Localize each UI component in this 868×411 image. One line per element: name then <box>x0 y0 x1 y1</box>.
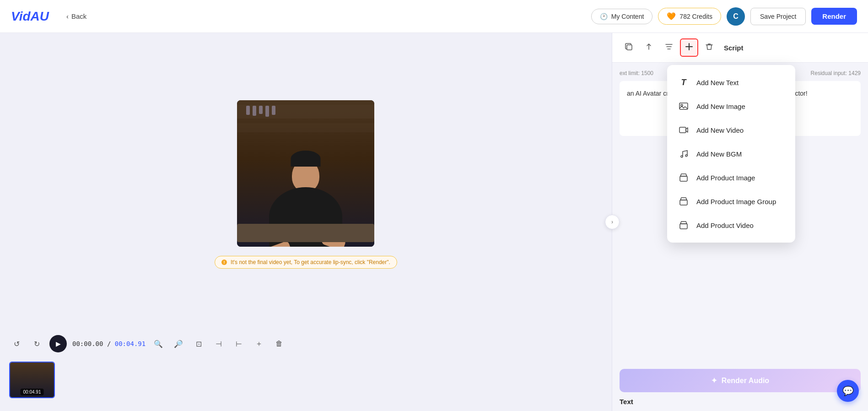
save-project-button[interactable]: Save Project <box>750 8 806 25</box>
menu-item-add-product-image-group[interactable]: Add Product Image Group <box>667 189 795 213</box>
menu-item-add-new-image[interactable]: Add New Image <box>667 94 795 118</box>
avatar: C <box>727 7 745 26</box>
toolbar: Script <box>612 33 868 63</box>
chevron-right-icon: › <box>611 219 613 225</box>
zoom-out-button[interactable]: 🔍 <box>151 336 166 351</box>
current-time: 00:00.00 <box>72 340 103 347</box>
video-preview <box>237 100 374 247</box>
duplicate-icon <box>624 42 633 54</box>
menu-item-add-new-bgm[interactable]: Add New BGM <box>667 142 795 166</box>
add-product-video-label: Add Product Video <box>696 222 754 229</box>
product-image-group-icon <box>678 196 689 207</box>
add-element-button[interactable] <box>680 38 698 57</box>
filter-button[interactable] <box>660 38 678 57</box>
total-time: 00:04.91 <box>115 340 146 347</box>
menu-item-add-new-video[interactable]: Add New Video <box>667 118 795 142</box>
delete-button[interactable] <box>700 38 718 57</box>
split-right-icon: ⊢ <box>236 340 242 348</box>
music-icon <box>678 148 689 159</box>
text-section-label: Text <box>612 398 868 411</box>
render-button[interactable]: Render <box>811 8 857 25</box>
logo: VidAU <box>11 9 49 24</box>
menu-item-add-product-image[interactable]: Add Product Image <box>667 166 795 189</box>
image-icon <box>678 101 689 112</box>
residual-label: Residual input: 1429 <box>811 70 861 76</box>
fit-icon: ⊡ <box>196 340 202 348</box>
redo-icon: ↻ <box>34 340 40 348</box>
video-icon <box>678 124 689 135</box>
split-right-button[interactable]: ⊢ <box>232 336 246 351</box>
text-limit-label: ext limit: 1500 <box>620 70 653 76</box>
move-up-icon <box>644 42 653 54</box>
my-content-button[interactable]: 🕐 My Content <box>591 9 653 24</box>
play-button[interactable]: ▶ <box>49 335 67 352</box>
thumbnail-time: 00:04.91 <box>21 389 44 395</box>
heart-icon: 🧡 <box>667 12 676 21</box>
plus-icon <box>684 42 694 54</box>
sparkles-icon: ✦ <box>711 376 717 385</box>
text-icon: T <box>678 77 689 88</box>
chat-icon: 💬 <box>842 385 854 396</box>
timeline-controls: ↺ ↻ ▶ 00:00.00 / 00:04.91 🔍 🔎 ⊡ <box>9 330 603 358</box>
delete-clip-button[interactable]: 🗑 <box>272 336 286 351</box>
warning-icon: ! <box>221 260 227 265</box>
add-icon: ＋ <box>255 339 263 349</box>
render-audio-label: Render Audio <box>722 377 769 385</box>
fit-button[interactable]: ⊡ <box>191 336 206 351</box>
credits-label: 782 Credits <box>679 13 712 20</box>
main-layout: ! It's not the final video yet, To get a… <box>0 33 868 411</box>
render-audio-button[interactable]: ✦ Render Audio <box>620 369 861 392</box>
add-new-bgm-label: Add New BGM <box>696 150 742 158</box>
undo-button[interactable]: ↺ <box>9 336 24 351</box>
left-panel: ! It's not the final video yet, To get a… <box>0 33 612 411</box>
duplicate-button[interactable] <box>620 38 638 57</box>
undo-icon: ↺ <box>14 340 20 348</box>
time-display: 00:00.00 / 00:04.91 <box>72 340 146 347</box>
thumbnail-item[interactable]: 00:04.91 <box>9 362 55 398</box>
add-clip-button[interactable]: ＋ <box>252 336 266 351</box>
credits-button[interactable]: 🧡 782 Credits <box>658 8 721 25</box>
back-button[interactable]: ‹ Back <box>62 10 91 23</box>
product-video-icon <box>678 220 689 231</box>
delete-icon <box>705 42 714 54</box>
zoom-in-icon: 🔎 <box>174 340 183 348</box>
split-left-button[interactable]: ⊣ <box>211 336 226 351</box>
svg-rect-9 <box>680 224 687 229</box>
svg-rect-8 <box>680 200 687 205</box>
product-image-icon <box>678 172 689 183</box>
svg-rect-2 <box>679 103 688 109</box>
warning-bar: ! It's not the final video yet, To get a… <box>215 256 397 269</box>
header: VidAU ‹ Back 🕐 My Content 🧡 782 Credits … <box>0 0 868 33</box>
trash-icon: 🗑 <box>275 340 283 348</box>
add-new-text-label: Add New Text <box>696 79 739 87</box>
thumbnail-strip: 00:04.91 <box>9 358 603 402</box>
svg-point-5 <box>681 156 683 157</box>
svg-rect-7 <box>680 176 687 181</box>
play-icon: ▶ <box>56 340 61 347</box>
zoom-out-icon: 🔍 <box>154 340 163 348</box>
add-product-image-group-label: Add Product Image Group <box>696 198 776 206</box>
header-right: 🕐 My Content 🧡 782 Credits C Save Projec… <box>591 7 857 26</box>
filter-icon <box>664 42 674 54</box>
menu-item-add-new-text[interactable]: T Add New Text <box>667 70 795 94</box>
move-up-button[interactable] <box>640 38 658 57</box>
back-label: Back <box>71 12 86 20</box>
back-chevron-icon: ‹ <box>66 12 69 20</box>
my-content-label: My Content <box>611 13 644 20</box>
svg-rect-4 <box>679 127 686 133</box>
dropdown-menu: T Add New Text Add New Image <box>667 65 795 243</box>
split-left-icon: ⊣ <box>216 340 222 348</box>
zoom-in-button[interactable]: 🔎 <box>171 336 186 351</box>
video-container: ! It's not the final video yet, To get a… <box>9 42 603 327</box>
add-product-image-label: Add Product Image <box>696 174 755 182</box>
collapse-panel-button[interactable]: › <box>605 215 620 229</box>
warning-text: It's not the final video yet, To get acc… <box>231 259 390 265</box>
add-new-image-label: Add New Image <box>696 103 745 110</box>
right-panel: › <box>612 33 868 411</box>
menu-item-add-product-video[interactable]: Add Product Video <box>667 213 795 237</box>
add-new-video-label: Add New Video <box>696 126 744 134</box>
chat-support-button[interactable]: 💬 <box>837 380 859 402</box>
script-label: Script <box>724 44 744 52</box>
svg-rect-1 <box>627 45 632 50</box>
redo-button[interactable]: ↻ <box>29 336 44 351</box>
